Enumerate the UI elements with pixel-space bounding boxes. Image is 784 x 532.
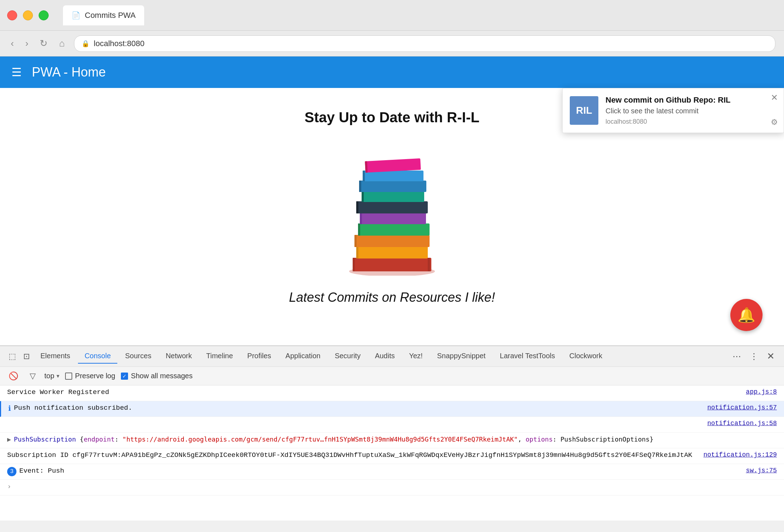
- console-text: Event: Push: [19, 467, 746, 475]
- console-source[interactable]: sw.js:75: [746, 467, 777, 474]
- console-source[interactable]: notification.js:129: [704, 451, 777, 458]
- svg-rect-13: [356, 201, 358, 213]
- app-title: PWA - Home: [32, 65, 106, 80]
- tab-title: Commits PWA: [85, 11, 136, 20]
- app-header: ☰ PWA - Home: [0, 56, 784, 88]
- show-all-messages-option[interactable]: ✓ Show all messages: [121, 372, 192, 380]
- tab-bar: 📄 Commits PWA: [63, 5, 144, 25]
- close-traffic-light[interactable]: [7, 10, 17, 20]
- tab-sources[interactable]: Sources: [119, 349, 158, 364]
- tab-audits[interactable]: Audits: [368, 349, 401, 364]
- show-all-messages-checkbox[interactable]: ✓: [121, 373, 128, 380]
- console-content: Service Worker Registered app.js:8 ℹ Pus…: [0, 385, 784, 521]
- svg-rect-6: [354, 235, 430, 247]
- books-illustration: [331, 140, 453, 276]
- console-line-info: ℹ Push notification subscribed. notifica…: [0, 401, 784, 417]
- console-text: Service Worker Registered: [7, 388, 746, 396]
- console-line-subscription: Subscription ID cfgF77rtuvM:APA91bEgPz_c…: [0, 448, 784, 464]
- svg-rect-17: [359, 181, 361, 192]
- svg-rect-10: [360, 213, 426, 224]
- chevron-down-icon: ▾: [57, 373, 59, 379]
- reload-button[interactable]: ↻: [38, 36, 50, 51]
- info-icon: ℹ: [8, 404, 11, 413]
- tab-network[interactable]: Network: [159, 349, 198, 364]
- browser-tab[interactable]: 📄 Commits PWA: [63, 5, 144, 25]
- console-prompt-icon: ›: [7, 483, 11, 491]
- maximize-traffic-light[interactable]: [39, 10, 49, 20]
- notification-gear-icon[interactable]: ⚙: [771, 118, 778, 127]
- tab-yez[interactable]: Yez!: [403, 349, 429, 364]
- console-line-event: 3 Event: Push sw.js:75: [0, 464, 784, 480]
- page-heading: Stay Up to Date with R-I-L: [305, 109, 480, 125]
- console-text: PushSubscription {endpoint: "https://and…: [14, 435, 777, 443]
- lock-icon: 🔒: [82, 40, 89, 48]
- svg-rect-14: [362, 191, 424, 202]
- filter-button[interactable]: ▽: [27, 370, 39, 382]
- console-line: Service Worker Registered app.js:8: [0, 385, 784, 401]
- console-source[interactable]: notification.js:57: [707, 404, 777, 411]
- tab-laravel-testtools[interactable]: Laravel TestTools: [494, 349, 562, 364]
- back-button[interactable]: ‹: [9, 36, 16, 51]
- tab-elements[interactable]: Elements: [34, 349, 77, 364]
- svg-rect-2: [353, 258, 355, 271]
- devtools-responsive-icon[interactable]: ⊡: [20, 350, 33, 363]
- notification-title: New commit on Github Repo: RIL: [606, 95, 776, 105]
- svg-rect-12: [356, 201, 428, 213]
- more-tabs-button[interactable]: ⋯: [729, 350, 745, 363]
- svg-rect-9: [358, 223, 360, 236]
- notification-content: New commit on Github Repo: RIL Click to …: [606, 95, 776, 125]
- context-label: top: [44, 372, 54, 380]
- svg-rect-1: [353, 258, 431, 271]
- page-subheading: Latest Commits on Resources I like!: [289, 290, 495, 305]
- console-toolbar: 🚫 ▽ top ▾ Preserve log ✓ Show all messag…: [0, 367, 784, 385]
- console-text: Subscription ID cfgF77rtuvM:APA91bEgPz_c…: [7, 451, 704, 459]
- home-button[interactable]: ⌂: [57, 36, 67, 51]
- devtools-inspect-icon[interactable]: ⬚: [6, 350, 19, 363]
- console-line-object: ▶ PushSubscription {endpoint: "https://a…: [0, 433, 784, 448]
- tab-page-icon: 📄: [72, 11, 80, 20]
- address-bar-row: ‹ › ↻ ⌂ 🔒 localhost:8080: [0, 31, 784, 56]
- show-all-messages-label: Show all messages: [131, 372, 192, 380]
- books-svg: [331, 140, 453, 276]
- devtools-close-button[interactable]: ✕: [763, 349, 778, 363]
- tab-snappy-snippet[interactable]: SnappySnippet: [431, 349, 492, 364]
- tab-security[interactable]: Security: [328, 349, 367, 364]
- notification-subtitle: Click to see the latest commit: [606, 107, 776, 115]
- notification-avatar: RIL: [570, 96, 598, 125]
- notification-url: localhost:8080: [606, 118, 776, 125]
- address-text: localhost:8080: [94, 39, 144, 48]
- console-cursor-line[interactable]: ›: [0, 480, 784, 496]
- hamburger-icon[interactable]: ☰: [11, 65, 22, 79]
- fab-notification-button[interactable]: 🔔: [730, 299, 763, 331]
- minimize-traffic-light[interactable]: [23, 10, 33, 20]
- svg-rect-8: [358, 223, 430, 236]
- devtools-panel: ⬚ ⊡ Elements Console Sources Network Tim…: [0, 345, 784, 521]
- svg-rect-3: [428, 258, 430, 271]
- address-bar[interactable]: 🔒 localhost:8080: [74, 35, 775, 52]
- tab-clockwork[interactable]: Clockwork: [563, 349, 609, 364]
- notification-close-button[interactable]: ✕: [771, 93, 778, 103]
- tab-timeline[interactable]: Timeline: [200, 349, 240, 364]
- bell-icon: 🔔: [738, 307, 755, 324]
- svg-rect-15: [362, 191, 364, 202]
- svg-rect-20: [365, 158, 421, 173]
- clear-console-button[interactable]: 🚫: [6, 370, 21, 382]
- svg-rect-11: [360, 213, 362, 224]
- preserve-log-option[interactable]: Preserve log: [65, 372, 115, 380]
- expand-arrow-icon[interactable]: ▶: [7, 435, 11, 443]
- console-source[interactable]: notification.js:58: [707, 420, 777, 427]
- console-line-empty: notification.js:58: [0, 417, 784, 433]
- tab-console[interactable]: Console: [78, 349, 117, 364]
- preserve-log-checkbox[interactable]: [65, 373, 72, 380]
- traffic-lights: [7, 10, 49, 20]
- console-source[interactable]: app.js:8: [746, 388, 777, 395]
- main-content: RIL New commit on Github Repo: RIL Click…: [0, 88, 784, 345]
- forward-button[interactable]: ›: [23, 36, 31, 51]
- context-selector[interactable]: top ▾: [44, 372, 59, 380]
- tab-profiles[interactable]: Profiles: [241, 349, 278, 364]
- svg-rect-5: [356, 246, 358, 258]
- window-chrome: 📄 Commits PWA: [0, 0, 784, 31]
- tab-application[interactable]: Application: [279, 349, 327, 364]
- svg-rect-16: [359, 181, 426, 192]
- devtools-menu-button[interactable]: ⋮: [746, 350, 762, 363]
